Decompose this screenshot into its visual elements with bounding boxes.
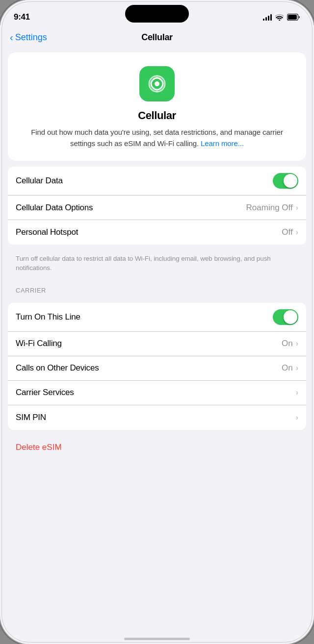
sim-pin-right: › (296, 413, 298, 422)
wifi-calling-row[interactable]: Wi-Fi Calling On › (8, 332, 306, 356)
cellular-data-options-value: Roaming Off (246, 203, 293, 213)
chevron-right-icon-6: › (296, 413, 298, 422)
status-icons (263, 14, 300, 21)
cellular-data-toggle[interactable] (273, 173, 298, 189)
signal-bars-icon (263, 14, 272, 21)
personal-hotspot-value: Off (282, 227, 292, 237)
info-card: Cellular Find out how much data you're u… (8, 52, 306, 161)
battery-icon (287, 14, 300, 21)
calls-other-devices-row[interactable]: Calls on Other Devices On › (8, 356, 306, 381)
info-card-description: Find out how much data you're using, set… (18, 127, 296, 149)
sim-pin-label: SIM PIN (16, 413, 46, 422)
carrier-settings-group: Turn On This Line Wi-Fi Calling On › Cal… (8, 303, 306, 430)
cellular-data-row[interactable]: Cellular Data (8, 167, 306, 196)
carrier-section-header: CARRIER (0, 279, 314, 297)
carrier-services-right: › (296, 388, 298, 397)
phone-frame: 9:41 (0, 0, 314, 644)
svg-point-2 (155, 81, 159, 86)
cellular-app-icon (139, 66, 175, 101)
personal-hotspot-label: Personal Hotspot (16, 227, 78, 237)
carrier-services-label: Carrier Services (16, 388, 74, 397)
chevron-right-icon: › (296, 203, 298, 212)
screen: 9:41 (0, 0, 314, 644)
personal-hotspot-row[interactable]: Personal Hotspot Off › (8, 220, 306, 245)
chevron-right-icon-3: › (296, 339, 298, 348)
cellular-data-options-right: Roaming Off › (246, 203, 298, 213)
wifi-calling-right: On › (282, 339, 298, 348)
delete-esim-button[interactable]: Delete eSIM (0, 436, 314, 459)
chevron-right-icon-5: › (296, 388, 298, 397)
back-chevron-icon: ‹ (10, 32, 13, 43)
delete-esim-label: Delete eSIM (16, 443, 62, 452)
nav-bar: ‹ Settings Cellular (0, 27, 314, 47)
info-card-title: Cellular (18, 109, 296, 122)
home-indicator (124, 638, 190, 640)
nav-title: Cellular (141, 32, 173, 43)
carrier-services-row[interactable]: Carrier Services › (8, 381, 306, 405)
cellular-data-helper: Turn off cellular data to restrict all d… (0, 250, 314, 279)
turn-on-line-label: Turn On This Line (16, 312, 80, 322)
cellular-data-options-label: Cellular Data Options (16, 203, 93, 213)
content-area: Cellular Find out how much data you're u… (0, 47, 314, 637)
status-time: 9:41 (14, 12, 30, 22)
chevron-right-icon-2: › (296, 228, 298, 237)
cellular-data-label: Cellular Data (16, 176, 63, 186)
dynamic-island (125, 5, 189, 23)
status-bar: 9:41 (0, 0, 314, 27)
sim-pin-row[interactable]: SIM PIN › (8, 405, 306, 430)
calls-other-devices-value: On (282, 363, 293, 373)
toggle-knob-2 (284, 310, 297, 324)
calls-other-devices-right: On › (282, 363, 298, 373)
learn-more-link[interactable]: Learn more... (201, 139, 244, 148)
back-button[interactable]: ‹ Settings (10, 32, 47, 43)
toggle-knob (284, 174, 297, 188)
cellular-data-options-row[interactable]: Cellular Data Options Roaming Off › (8, 196, 306, 220)
turn-on-line-toggle[interactable] (273, 309, 298, 325)
wifi-calling-value: On (282, 339, 293, 348)
chevron-right-icon-4: › (296, 364, 298, 372)
personal-hotspot-right: Off › (282, 227, 298, 237)
back-label: Settings (15, 32, 47, 43)
data-settings-group: Cellular Data Cellular Data Options Roam… (8, 167, 306, 245)
calls-other-devices-label: Calls on Other Devices (16, 363, 99, 373)
wifi-calling-label: Wi-Fi Calling (16, 339, 62, 348)
turn-on-line-row[interactable]: Turn On This Line (8, 303, 306, 332)
wifi-icon (275, 14, 284, 21)
svg-rect-1 (288, 15, 297, 20)
